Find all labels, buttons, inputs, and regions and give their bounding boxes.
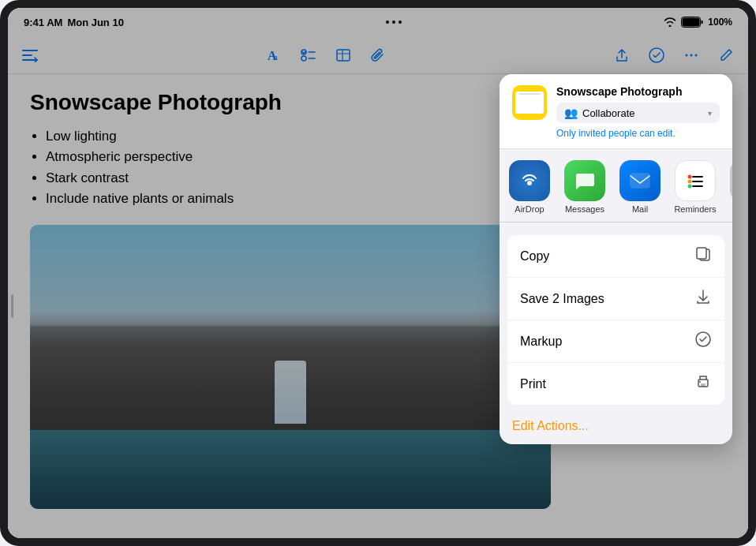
collaborate-icon: 👥: [564, 107, 578, 119]
save-images-action[interactable]: Save 2 Images: [507, 278, 724, 320]
apps-row: AirDrop Messages: [500, 149, 732, 222]
collaborate-dropdown[interactable]: 👥 Collaborate ▾: [556, 103, 720, 123]
app-more[interactable]: Fr...: [728, 160, 732, 214]
print-action[interactable]: Print: [507, 363, 724, 405]
copy-action[interactable]: Copy: [507, 235, 724, 278]
markup-label: Markup: [520, 335, 562, 349]
app-reminders[interactable]: Reminders: [673, 160, 717, 214]
print-icon: [694, 373, 712, 395]
svg-rect-30: [701, 383, 705, 387]
collaborate-label: Collaborate: [582, 107, 635, 119]
svg-point-17: [688, 175, 692, 179]
airdrop-label: AirDrop: [515, 204, 544, 214]
app-mail[interactable]: Mail: [618, 160, 662, 214]
svg-point-31: [699, 381, 701, 383]
svg-rect-27: [697, 248, 706, 259]
mail-icon: [619, 160, 661, 201]
share-note-icon: [512, 85, 547, 120]
messages-label: Messages: [565, 204, 604, 214]
svg-point-21: [688, 185, 692, 189]
more-apps-icon: [730, 160, 732, 201]
reminders-label: Reminders: [674, 204, 716, 214]
copy-icon: [694, 245, 712, 267]
ipad-frame: 9:41 AM Mon Jun 10: [0, 0, 756, 546]
action-list: Copy Save 2 Images: [507, 235, 724, 405]
share-note-title: Snowscape Photograph: [556, 85, 720, 98]
save-images-label: Save 2 Images: [520, 292, 604, 306]
edit-actions: Edit Actions...: [500, 411, 732, 444]
chevron-down-icon: ▾: [708, 109, 712, 118]
share-panel: Snowscape Photograph 👥 Collaborate ▾ Onl…: [500, 74, 732, 444]
mail-label: Mail: [632, 204, 648, 214]
edit-actions-label[interactable]: Edit Actions...: [512, 419, 589, 432]
share-header: Snowscape Photograph 👥 Collaborate ▾ Onl…: [500, 74, 732, 149]
copy-label: Copy: [520, 249, 549, 264]
airdrop-icon: [509, 160, 550, 201]
svg-rect-16: [631, 174, 649, 188]
screen: 9:41 AM Mon Jun 10: [8, 8, 748, 538]
markup-action-icon: [694, 331, 712, 352]
svg-point-19: [688, 180, 692, 184]
messages-icon: [564, 160, 605, 201]
app-messages[interactable]: Messages: [563, 160, 607, 214]
share-note-icon-inner: [515, 92, 544, 114]
app-airdrop[interactable]: AirDrop: [507, 160, 552, 214]
save-icon: [694, 288, 712, 309]
invite-text[interactable]: Only invited people can edit.: [556, 123, 720, 140]
share-header-info: Snowscape Photograph 👥 Collaborate ▾ Onl…: [556, 85, 720, 140]
markup-action[interactable]: Markup: [507, 320, 724, 363]
print-label: Print: [520, 377, 546, 391]
svg-point-15: [527, 181, 532, 185]
reminders-icon: [675, 160, 716, 201]
